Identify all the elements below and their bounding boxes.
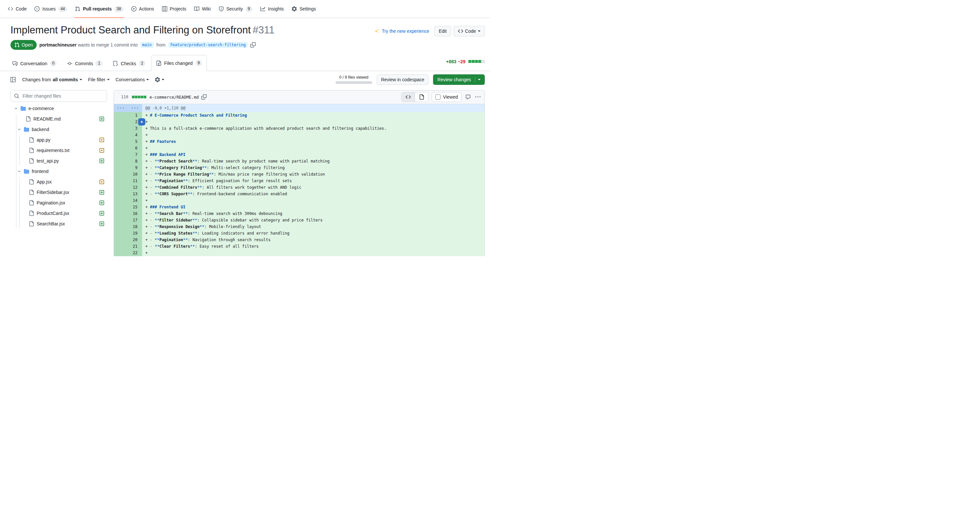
nav-item-pull-requests[interactable]: Pull requests38 — [72, 0, 126, 18]
tree-item-e-commerce[interactable]: e-commerce — [11, 103, 107, 114]
file-diff-icon — [156, 61, 161, 66]
pr-author[interactable]: portmachineuser — [39, 42, 76, 48]
chevron-down-icon — [478, 79, 480, 81]
copy-branch-icon[interactable] — [250, 42, 256, 48]
comment-button[interactable] — [465, 94, 471, 100]
chevron-down-icon[interactable] — [18, 128, 21, 131]
tab-count: 2 — [139, 60, 146, 67]
try-new-experience-link[interactable]: Try the new experience — [374, 29, 429, 34]
tab-files-changed[interactable]: Files changed9 — [151, 55, 207, 71]
add-comment-button[interactable]: + — [138, 118, 145, 126]
code-button[interactable]: Code — [453, 26, 485, 37]
tree-item-backend[interactable]: backend — [11, 124, 107, 135]
line-number[interactable]: 3 — [114, 125, 142, 132]
line-number[interactable]: 21 — [114, 243, 142, 250]
book-icon — [194, 6, 199, 11]
file-icon — [25, 116, 31, 121]
line-number[interactable]: 5 — [114, 138, 142, 145]
line-number[interactable]: 14 — [114, 197, 142, 204]
diff-added-icon — [99, 116, 104, 121]
tree-item-label: requirements.txt — [37, 148, 69, 153]
head-branch-chip[interactable]: feature/product-search-filtering — [168, 42, 248, 48]
file-name[interactable]: e-commerce/README.md — [150, 95, 199, 100]
diff-line-16: 16+- **Search Bar**: Real-time search wi… — [114, 210, 484, 217]
file-options-kebab[interactable] — [475, 94, 481, 100]
line-content: +- **Pagination**: Navigation through se… — [142, 236, 484, 243]
tree-item-label: frontend — [32, 169, 48, 174]
source-view-button[interactable] — [402, 93, 415, 102]
edit-button[interactable]: Edit — [434, 26, 451, 37]
viewed-button[interactable]: Viewed — [432, 92, 461, 102]
line-number[interactable]: 13 — [114, 191, 142, 197]
tree-item-requirements-txt[interactable]: requirements.txt — [11, 145, 107, 156]
nav-item-security[interactable]: Security9 — [216, 0, 255, 18]
tree-item-app-jsx[interactable]: App.jsx — [11, 177, 107, 187]
line-number[interactable]: 10 — [114, 171, 142, 177]
line-number[interactable]: 9 — [114, 164, 142, 171]
line-number[interactable]: 15 — [114, 204, 142, 210]
nav-item-projects[interactable]: Projects — [159, 0, 189, 18]
line-number[interactable]: 1 — [114, 112, 142, 119]
tree-item-productcard-jsx[interactable]: ProductCard.jsx — [11, 208, 107, 219]
tree-item-app-py[interactable]: app.py — [11, 135, 107, 145]
tree-item-filtersidebar-jsx[interactable]: FilterSidebar.jsx — [11, 187, 107, 198]
rich-view-button[interactable] — [415, 93, 428, 102]
tab-checks[interactable]: Checks2 — [108, 56, 150, 71]
line-number[interactable]: 6 — [114, 145, 142, 152]
viewed-checkbox[interactable] — [435, 94, 441, 100]
file-filter-dropdown[interactable]: File filter — [88, 77, 110, 82]
code-icon — [406, 94, 411, 100]
diffstat-blocks — [468, 60, 485, 63]
expand-hunk-button[interactable]: ··· — [128, 104, 142, 112]
line-content: +- **Filter Sidebar**: Collapsible sideb… — [142, 217, 484, 223]
nav-item-settings[interactable]: Settings — [289, 0, 319, 18]
line-number[interactable]: 22 — [114, 250, 142, 256]
tab-label: Files changed — [164, 61, 192, 66]
tree-item-label: backend — [32, 127, 49, 132]
nav-item-code[interactable]: Code — [5, 0, 29, 18]
diff-added-icon — [99, 158, 104, 163]
nav-item-issues[interactable]: Issues44 — [32, 0, 70, 18]
tree-item-frontend[interactable]: frontend — [11, 166, 107, 177]
line-number[interactable]: 7 — [114, 152, 142, 158]
tree-item-label: Pagination.jsx — [37, 200, 65, 206]
line-number[interactable]: 20 — [114, 236, 142, 243]
collapse-file-icon[interactable] — [117, 96, 118, 97]
nav-item-count: 38 — [114, 6, 123, 12]
review-changes-button[interactable]: Review changes — [433, 74, 485, 85]
base-branch-chip[interactable]: main — [140, 42, 154, 48]
line-number[interactable]: 19 — [114, 230, 142, 236]
review-in-codespace-button[interactable]: Review in codespace — [377, 74, 428, 85]
nav-item-insights[interactable]: Insights — [258, 0, 286, 18]
tree-item-label: ProductCard.jsx — [37, 211, 69, 216]
copy-path-icon[interactable] — [201, 94, 207, 100]
conversations-dropdown[interactable]: Conversations — [116, 77, 149, 82]
tab-commits[interactable]: Commits1 — [62, 56, 107, 71]
chevron-down-icon[interactable] — [18, 169, 21, 173]
diff-line-20: 20+- **Pagination**: Navigation through … — [114, 236, 484, 243]
chevron-down-icon[interactable] — [14, 107, 18, 110]
line-content: +- **Price Range Filtering**: Min/max pr… — [142, 171, 484, 177]
line-number[interactable]: 18 — [114, 223, 142, 230]
line-content: +- **Combined Filters**: All filters wor… — [142, 184, 484, 191]
line-number[interactable]: 11 — [114, 177, 142, 184]
line-number[interactable]: 16 — [114, 210, 142, 217]
diff-settings-dropdown[interactable] — [155, 77, 164, 82]
tree-item-test-api-py[interactable]: test_api.py — [11, 156, 107, 166]
collapse-sidebar-button[interactable] — [10, 77, 16, 83]
shield-icon — [219, 6, 224, 11]
filter-files-input[interactable] — [22, 93, 103, 99]
tab-conversation[interactable]: Conversation0 — [8, 56, 61, 71]
line-content: +## Features — [142, 138, 484, 145]
tree-item-pagination-jsx[interactable]: Pagination.jsx — [11, 198, 107, 208]
tree-item-searchbar-jsx[interactable]: SearchBar.jsx — [11, 219, 107, 229]
line-number[interactable]: 12 — [114, 184, 142, 191]
changes-from-dropdown[interactable]: Changes from all commits — [22, 77, 82, 82]
nav-item-actions[interactable]: Actions — [129, 0, 157, 18]
line-number[interactable]: 4 — [114, 132, 142, 138]
nav-item-wiki[interactable]: Wiki — [191, 0, 213, 18]
line-number[interactable]: 8 — [114, 158, 142, 164]
tree-item-readme-md[interactable]: README.md — [11, 114, 107, 124]
line-number[interactable]: 17 — [114, 217, 142, 223]
expand-hunk-button[interactable]: ··· — [114, 104, 128, 112]
